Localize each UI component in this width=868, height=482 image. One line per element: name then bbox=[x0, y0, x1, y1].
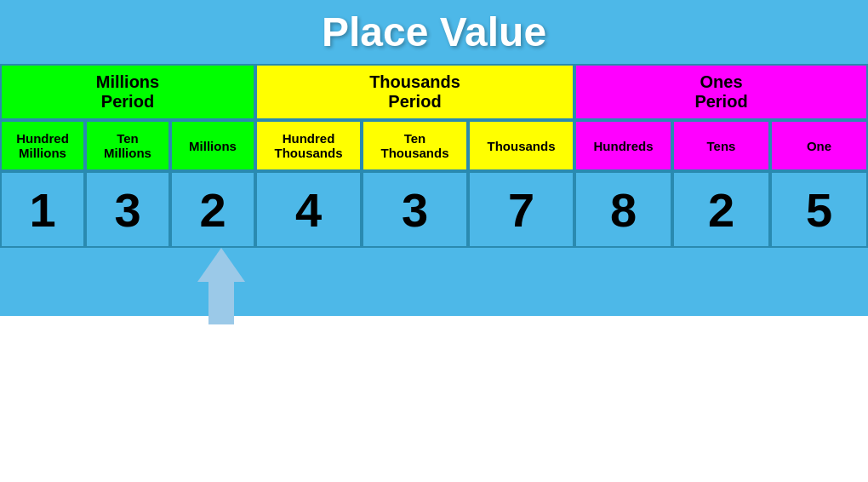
period-row: Millions Period Thousands Period Ones Pe… bbox=[0, 64, 868, 120]
upward-arrow bbox=[197, 248, 245, 324]
period-thousands: Thousands Period bbox=[255, 64, 574, 120]
top-banner: Place Value bbox=[0, 0, 868, 64]
arrow-shaft bbox=[208, 282, 234, 324]
period-ones: Ones Period bbox=[574, 64, 868, 120]
value-thousands: 7 bbox=[468, 171, 574, 248]
value-hundred-thousands: 4 bbox=[255, 171, 362, 248]
header-ten-millions: Ten Millions bbox=[85, 120, 170, 171]
header-millions: Millions bbox=[170, 120, 255, 171]
value-millions: 2 bbox=[170, 171, 255, 248]
period-thousands-label: Thousands Period bbox=[369, 72, 460, 112]
header-row: Hundred Millions Ten Millions Millions H… bbox=[0, 120, 868, 171]
period-millions: Millions Period bbox=[0, 64, 255, 120]
page-title: Place Value bbox=[0, 9, 868, 55]
main-area: Millions Period Thousands Period Ones Pe… bbox=[0, 64, 868, 316]
header-thousands: Thousands bbox=[468, 120, 574, 171]
header-hundred-millions: Hundred Millions bbox=[0, 120, 85, 171]
value-ten-thousands: 3 bbox=[362, 171, 468, 248]
value-one: 5 bbox=[770, 171, 868, 248]
header-ten-thousands: Ten Thousands bbox=[362, 120, 468, 171]
white-area bbox=[0, 316, 868, 482]
period-ones-label: Ones Period bbox=[694, 72, 747, 112]
value-ten-millions: 3 bbox=[85, 171, 170, 248]
value-hundreds: 8 bbox=[574, 171, 672, 248]
header-hundred-thousands: Hundred Thousands bbox=[255, 120, 362, 171]
value-hundred-millions: 1 bbox=[0, 171, 85, 248]
arrow-row bbox=[0, 248, 868, 316]
values-row: 1 3 2 4 3 7 8 2 5 bbox=[0, 171, 868, 248]
header-hundreds: Hundreds bbox=[574, 120, 672, 171]
arrow-container bbox=[179, 248, 264, 324]
header-tens: Tens bbox=[672, 120, 770, 171]
period-millions-label: Millions Period bbox=[96, 72, 159, 112]
arrow-head bbox=[197, 248, 245, 282]
value-tens: 2 bbox=[672, 171, 770, 248]
header-one: One bbox=[770, 120, 868, 171]
